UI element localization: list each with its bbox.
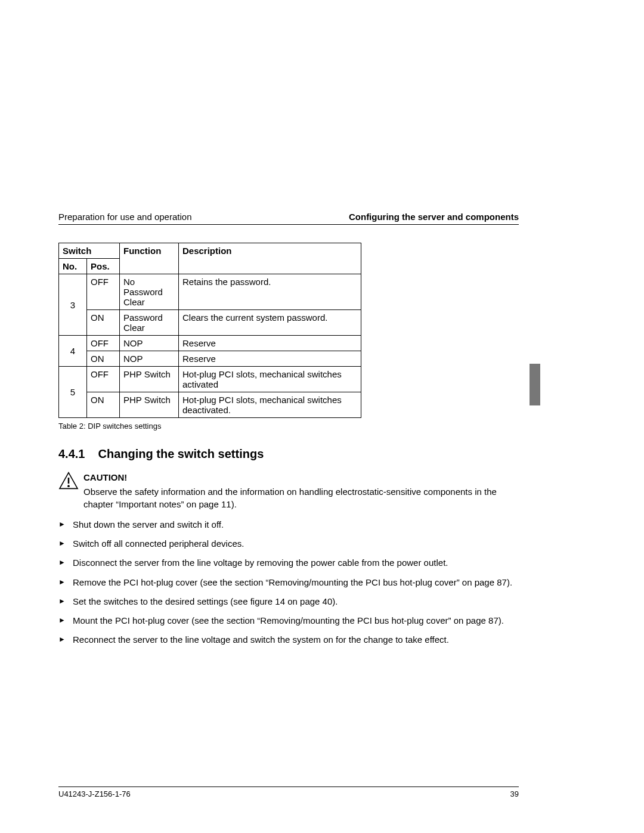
cell-pos: OFF bbox=[87, 336, 120, 351]
table-caption: Table 2: DIP switches settings bbox=[58, 422, 519, 431]
cell-no: 3 bbox=[59, 274, 87, 336]
svg-point-2 bbox=[67, 485, 70, 487]
page-number: 39 bbox=[510, 789, 519, 798]
table-row: 3 OFF No Password Clear Retains the pass… bbox=[59, 274, 361, 310]
cell-no: 4 bbox=[59, 336, 87, 367]
table-row: 5 OFF PHP Switch Hot-plug PCI slots, mec… bbox=[59, 367, 361, 392]
list-item: Shut down the server and switch it off. bbox=[58, 519, 519, 531]
list-item: Reconnect the server to the line voltage… bbox=[58, 634, 519, 646]
cell-pos: ON bbox=[87, 392, 120, 418]
cell-description: Clears the current system password. bbox=[179, 310, 361, 336]
table-row: ON PHP Switch Hot-plug PCI slots, mechan… bbox=[59, 392, 361, 418]
table-row: 4 OFF NOP Reserve bbox=[59, 336, 361, 351]
header-right: Configuring the server and components bbox=[349, 212, 519, 222]
section-title: Changing the switch settings bbox=[98, 447, 264, 460]
th-function: Function bbox=[120, 243, 179, 274]
list-item: Set the switches to the desired settings… bbox=[58, 596, 519, 608]
dip-switch-table: Switch Function Description No. Pos. 3 O… bbox=[58, 243, 361, 418]
cell-no: 5 bbox=[59, 367, 87, 418]
list-item: Remove the PCI hot-plug cover (see the s… bbox=[58, 577, 519, 589]
header-left: Preparation for use and operation bbox=[58, 212, 191, 222]
cell-function: PHP Switch bbox=[120, 392, 179, 418]
th-no: No. bbox=[59, 259, 87, 274]
cell-function: NOP bbox=[120, 336, 179, 351]
running-header: Preparation for use and operation Config… bbox=[58, 212, 519, 225]
caution-body: Observe the safety information and the i… bbox=[83, 487, 497, 509]
cell-pos: ON bbox=[87, 310, 120, 336]
caution-block: CAUTION! Observe the safety information … bbox=[58, 472, 519, 510]
doc-id: U41243-J-Z156-1-76 bbox=[58, 789, 131, 798]
cell-function: NOP bbox=[120, 351, 179, 367]
cell-function: No Password Clear bbox=[120, 274, 179, 310]
cell-description: Hot-plug PCI slots, mechanical switches … bbox=[179, 367, 361, 392]
table-row: ON NOP Reserve bbox=[59, 351, 361, 367]
cell-pos: OFF bbox=[87, 274, 120, 310]
cell-pos: ON bbox=[87, 351, 120, 367]
step-list: Shut down the server and switch it off. … bbox=[58, 519, 519, 646]
list-item: Switch off all connected peripheral devi… bbox=[58, 538, 519, 550]
section-number: 4.4.1 bbox=[58, 447, 85, 460]
cell-description: Reserve bbox=[179, 336, 361, 351]
caution-title: CAUTION! bbox=[83, 472, 519, 484]
cell-pos: OFF bbox=[87, 367, 120, 392]
list-item: Disconnect the server from the line volt… bbox=[58, 557, 519, 569]
th-pos: Pos. bbox=[87, 259, 120, 274]
caution-icon bbox=[58, 472, 79, 490]
page-footer: U41243-J-Z156-1-76 39 bbox=[58, 786, 519, 798]
cell-function: Password Clear bbox=[120, 310, 179, 336]
cell-function: PHP Switch bbox=[120, 367, 179, 392]
side-tab bbox=[530, 364, 540, 405]
cell-description: Reserve bbox=[179, 351, 361, 367]
section-heading: 4.4.1Changing the switch settings bbox=[58, 447, 519, 461]
th-switch: Switch bbox=[59, 243, 120, 259]
cell-description: Retains the password. bbox=[179, 274, 361, 310]
list-item: Mount the PCI hot-plug cover (see the se… bbox=[58, 615, 519, 627]
cell-description: Hot-plug PCI slots, mechanical switches … bbox=[179, 392, 361, 418]
table-row: ON Password Clear Clears the current sys… bbox=[59, 310, 361, 336]
th-description: Description bbox=[179, 243, 361, 274]
